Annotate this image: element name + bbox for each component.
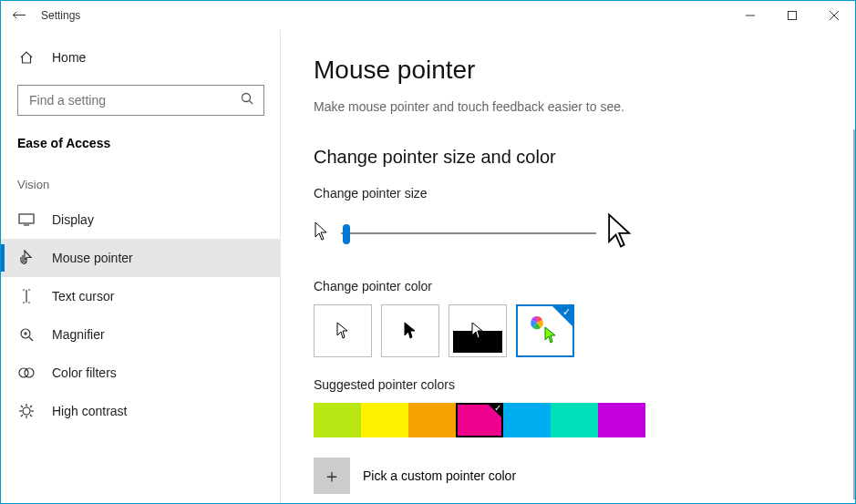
sidebar-item-text-cursor[interactable]: Text cursor xyxy=(1,277,281,315)
svg-rect-1 xyxy=(789,12,797,20)
add-custom-color-button[interactable]: ＋ xyxy=(314,458,350,494)
sidebar-item-label: Text cursor xyxy=(52,289,114,303)
content-pane: Mouse pointer Make mouse pointer and tou… xyxy=(281,30,855,503)
svg-point-4 xyxy=(242,94,251,102)
large-cursor-icon xyxy=(605,211,638,255)
category-heading: Ease of Access xyxy=(1,116,281,158)
minimize-button[interactable] xyxy=(729,1,771,30)
pointer-size-slider[interactable] xyxy=(341,232,596,234)
check-icon xyxy=(552,306,572,326)
svg-line-21 xyxy=(30,415,32,417)
search-input[interactable] xyxy=(27,92,240,108)
svg-point-15 xyxy=(23,407,30,415)
maximize-button[interactable] xyxy=(771,1,813,30)
sidebar-item-color-filters[interactable]: Color filters xyxy=(1,354,281,392)
scrollbar[interactable] xyxy=(853,129,855,499)
sidebar-item-label: Color filters xyxy=(52,365,117,380)
pointer-color-white[interactable] xyxy=(314,304,372,357)
sidebar-item-high-contrast[interactable]: High contrast xyxy=(1,392,281,430)
svg-line-20 xyxy=(21,406,23,407)
sidebar-item-magnifier[interactable]: Magnifier xyxy=(1,315,281,354)
color-swatch[interactable] xyxy=(456,403,503,437)
color-swatch[interactable] xyxy=(598,403,645,437)
svg-line-22 xyxy=(30,406,32,407)
search-icon xyxy=(240,91,254,109)
svg-point-14 xyxy=(25,368,34,377)
suggested-colors-row xyxy=(314,403,822,437)
small-cursor-icon xyxy=(314,221,332,246)
check-icon xyxy=(487,403,503,419)
high-contrast-icon xyxy=(17,404,36,418)
color-swatch[interactable] xyxy=(361,403,408,437)
svg-line-5 xyxy=(250,101,253,105)
search-input-wrap[interactable] xyxy=(17,85,264,116)
pointer-color-label: Change pointer color xyxy=(314,279,822,293)
svg-rect-6 xyxy=(19,214,34,223)
back-button[interactable]: 🡐 xyxy=(1,7,37,24)
home-label: Home xyxy=(52,50,86,65)
sidebar-item-display[interactable]: Display xyxy=(1,201,281,239)
pointer-size-label: Change pointer size xyxy=(314,186,822,201)
mouse-pointer-icon xyxy=(17,250,36,266)
page-heading: Mouse pointer xyxy=(314,56,822,85)
pointer-color-inverted[interactable] xyxy=(449,304,507,357)
close-button[interactable] xyxy=(813,1,855,30)
text-cursor-icon xyxy=(17,288,36,304)
section-heading: Change pointer size and color xyxy=(314,147,822,168)
color-swatch[interactable] xyxy=(314,403,361,437)
magnifier-icon xyxy=(17,327,36,342)
page-description: Make mouse pointer and touch feedback ea… xyxy=(314,99,822,114)
color-swatch[interactable] xyxy=(503,403,551,437)
pointer-color-custom[interactable] xyxy=(516,304,574,357)
window-title: Settings xyxy=(37,9,80,22)
slider-thumb[interactable] xyxy=(343,224,350,244)
display-icon xyxy=(17,213,36,226)
sidebar-item-label: Mouse pointer xyxy=(52,251,133,265)
sidebar-item-label: Magnifier xyxy=(52,327,105,342)
custom-color-label: Pick a custom pointer color xyxy=(363,468,516,483)
home-nav[interactable]: Home xyxy=(1,37,281,77)
sidebar-item-label: Display xyxy=(52,212,94,227)
svg-line-23 xyxy=(21,415,23,417)
group-label: Vision xyxy=(1,158,281,201)
svg-point-13 xyxy=(19,368,28,377)
sidebar-item-label: High contrast xyxy=(52,404,127,418)
suggested-colors-label: Suggested pointer colors xyxy=(314,377,822,392)
color-swatch[interactable] xyxy=(551,403,598,437)
sidebar: Home Ease of Access Vision Display Mouse… xyxy=(1,30,281,503)
home-icon xyxy=(17,50,36,65)
color-filters-icon xyxy=(17,365,36,380)
svg-line-10 xyxy=(29,337,33,341)
sidebar-item-mouse-pointer[interactable]: Mouse pointer xyxy=(1,239,281,277)
pointer-color-black[interactable] xyxy=(381,304,439,357)
color-swatch[interactable] xyxy=(408,403,456,437)
